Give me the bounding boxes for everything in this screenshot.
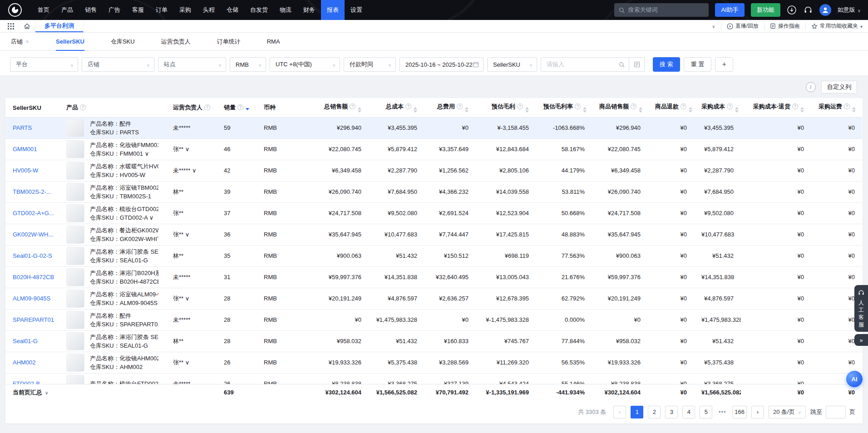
operator-cell[interactable]: 张** ∨: [166, 138, 217, 160]
col-header-purchase_cost_return[interactable]: 采购成本-退货?: [741, 98, 811, 117]
seller-sku-link[interactable]: GMM001: [13, 146, 37, 153]
sort-icon[interactable]: [639, 107, 642, 113]
global-search-input[interactable]: 搜索关键词: [614, 3, 709, 17]
sort-icon[interactable]: [800, 107, 804, 113]
shop-select[interactable]: 店铺: [82, 57, 154, 72]
tab-运营负责人[interactable]: 运营负责人: [161, 33, 191, 50]
nav-item-报表[interactable]: 报表: [321, 0, 345, 20]
sort-icon[interactable]: [689, 107, 692, 113]
new-features-button[interactable]: 新功能: [751, 3, 780, 17]
nav-item-产品[interactable]: 产品: [55, 0, 79, 20]
col-header-purchase_freight[interactable]: 采购运费?: [811, 98, 862, 117]
nav-item-销售[interactable]: 销售: [79, 0, 103, 20]
live-replay-link[interactable]: 直播/回放: [721, 23, 764, 30]
seller-sku-link[interactable]: FTD002-B: [13, 380, 40, 384]
col-header-item_sales[interactable]: 商品销售额?: [592, 98, 648, 117]
edition-switcher[interactable]: 如意版: [838, 6, 861, 14]
col-header-est_profit[interactable]: 预估毛利?: [476, 98, 536, 117]
tab-RMA[interactable]: RMA: [267, 33, 280, 50]
tab-SellerSKU[interactable]: SellerSKU: [56, 33, 84, 50]
nav-item-订单[interactable]: 订单: [150, 0, 173, 20]
sort-icon[interactable]: [735, 107, 739, 113]
seller-sku-link[interactable]: PARTS: [13, 124, 32, 131]
operator-cell[interactable]: 张** ∨: [166, 352, 217, 373]
warehouse-sku[interactable]: 仓库SKU：GK002W-WHITE-A ∨: [90, 235, 158, 243]
warehouse-sku[interactable]: 仓库SKU：GTD002-A ∨: [90, 213, 158, 222]
page-size-select[interactable]: 20 条/页: [769, 406, 806, 418]
seller-sku-link[interactable]: B020H-4872CB: [13, 274, 54, 280]
batch-input-button[interactable]: [629, 57, 645, 72]
seller-sku-link[interactable]: HV005-W: [13, 167, 38, 174]
page-button-3[interactable]: 3: [665, 406, 678, 418]
favorites-menu[interactable]: 常用功能收藏夹: [805, 23, 868, 30]
seller-sku-link[interactable]: ALM09-9045S: [13, 295, 50, 302]
operation-guide-link[interactable]: 操作指南: [764, 23, 805, 30]
open-page-tab[interactable]: 多平台利润: [35, 20, 84, 32]
col-header-total_sales[interactable]: 总销售额?: [304, 98, 369, 117]
nav-item-客服[interactable]: 客服: [126, 0, 150, 20]
sort-icon[interactable]: [583, 107, 587, 113]
col-header-total_cost[interactable]: 总成本?: [369, 98, 424, 117]
currency-select[interactable]: RMB: [230, 57, 266, 72]
page-button-last[interactable]: 166: [732, 406, 747, 418]
nav-item-头程[interactable]: 头程: [197, 0, 221, 20]
tab-list-dropdown[interactable]: [706, 23, 720, 30]
apps-grid-icon[interactable]: [3, 20, 19, 32]
reset-button[interactable]: 重 置: [684, 57, 712, 72]
seller-sku-link[interactable]: AHM002: [13, 359, 36, 366]
user-avatar[interactable]: [819, 4, 831, 16]
page-button-4[interactable]: 4: [682, 406, 695, 418]
sort-icon[interactable]: [852, 107, 856, 113]
seller-sku-link[interactable]: Seal01-G: [13, 338, 38, 344]
search-button[interactable]: 搜 索: [653, 57, 680, 72]
nav-item-设置[interactable]: 设置: [345, 0, 368, 20]
operator-cell[interactable]: 张** ∨: [166, 224, 217, 245]
tab-店铺[interactable]: 店铺✧: [11, 33, 30, 50]
search-type-select[interactable]: SellerSKU: [487, 57, 537, 72]
seller-sku-link[interactable]: GTD002-A+G...: [13, 210, 54, 216]
site-select[interactable]: 站点: [158, 57, 226, 72]
sort-icon[interactable]: [525, 107, 529, 113]
col-header-est_margin[interactable]: 预估毛利率?: [536, 98, 592, 117]
jump-page-input[interactable]: [826, 406, 846, 418]
sort-icon[interactable]: [358, 107, 361, 113]
nav-item-仓储[interactable]: 仓储: [221, 0, 244, 20]
col-header-item_refund[interactable]: 商品退款?: [648, 98, 694, 117]
nav-item-采购[interactable]: 采购: [173, 0, 197, 20]
collapse-panel-button[interactable]: »: [854, 334, 868, 346]
nav-item-首页[interactable]: 首页: [32, 0, 55, 20]
prev-page-button[interactable]: ‹: [613, 406, 626, 418]
more-pages-ellipsis[interactable]: •••: [717, 408, 728, 415]
sort-icon[interactable]: [246, 108, 249, 110]
ai-assistant-button[interactable]: AI助手: [715, 3, 744, 17]
customer-service-widget[interactable]: 人工客服: [854, 285, 868, 332]
tab-仓库SKU[interactable]: 仓库SKU: [111, 33, 135, 50]
page-button-1[interactable]: 1: [631, 406, 643, 418]
seller-sku-link[interactable]: SPAREPART01: [13, 316, 54, 323]
nav-item-物流[interactable]: 物流: [274, 0, 297, 20]
col-header-qty[interactable]: 销量?: [217, 98, 256, 117]
tab-订单统计[interactable]: 订单统计: [217, 33, 241, 50]
page-button-5[interactable]: 5: [700, 406, 712, 418]
nav-item-广告[interactable]: 广告: [103, 0, 126, 20]
time-dimension-select[interactable]: 付款时间: [344, 57, 396, 72]
nav-item-自发货[interactable]: 自发货: [244, 0, 274, 20]
operator-cell[interactable]: 未***** ∨: [166, 160, 217, 181]
sort-icon[interactable]: [414, 107, 417, 113]
nav-item-财务[interactable]: 财务: [297, 0, 321, 20]
seller-sku-link[interactable]: TBM002S-2-...: [13, 188, 51, 195]
operator-cell[interactable]: 张** ∨: [166, 288, 217, 309]
sort-icon[interactable]: [465, 107, 469, 113]
col-header-total_fee[interactable]: 总费用?: [424, 98, 476, 117]
add-filter-button[interactable]: +: [715, 57, 733, 72]
home-icon[interactable]: [19, 20, 35, 32]
seller-sku-link[interactable]: Seal01-G-02-S: [13, 252, 52, 259]
warehouse-sku[interactable]: 仓库SKU：FMM001 ∨: [90, 149, 158, 158]
info-icon[interactable]: i: [806, 82, 816, 92]
col-header-purchase_cost[interactable]: 采购成本?: [694, 98, 741, 117]
page-button-2[interactable]: 2: [648, 406, 661, 418]
download-icon[interactable]: [787, 5, 797, 15]
platform-select[interactable]: 平台: [10, 57, 78, 72]
customize-columns-button[interactable]: 自定义列: [821, 81, 857, 93]
headset-icon[interactable]: [803, 5, 813, 15]
